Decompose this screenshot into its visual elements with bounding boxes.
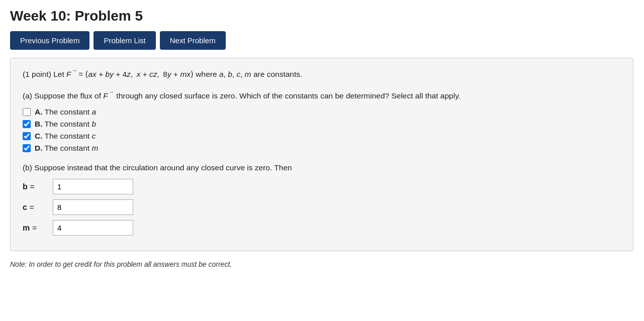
part-b-section: (b) Suppose instead that the circulation… (23, 162, 621, 236)
option-d-checkbox[interactable] (23, 144, 31, 152)
problem-statement: (1 point) Let F→ = ⟨ax + by + 4z, x + cz… (23, 68, 621, 81)
nav-buttons: Previous Problem Problem List Next Probl… (10, 31, 634, 50)
option-a-item: A. The constant a (23, 108, 621, 117)
option-b-checkbox[interactable] (23, 120, 31, 128)
flux-vector-F: F→ (103, 90, 110, 102)
option-c-checkbox[interactable] (23, 132, 31, 140)
problem-container: (1 point) Let F→ = ⟨ax + by + 4z, x + cz… (10, 58, 633, 251)
b-input[interactable] (53, 179, 133, 194)
points-label: (1 point) (23, 70, 51, 78)
b-label: b = (23, 182, 53, 191)
checkbox-group: A. The constant a B. The constant b C. T… (23, 108, 621, 153)
m-input-row: m = (23, 220, 621, 236)
c-input[interactable] (53, 199, 133, 215)
b-input-row: b = (23, 179, 621, 194)
c-label: c = (23, 203, 53, 212)
problem-list-button[interactable]: Problem List (94, 31, 155, 50)
option-d-item: D. The constant m (23, 144, 621, 153)
part-a-statement: (a) Suppose the flux of F→ through any c… (23, 90, 621, 102)
option-d-label[interactable]: D. The constant m (35, 144, 98, 153)
option-b-item: B. The constant b (23, 120, 621, 129)
part-b-statement: (b) Suppose instead that the circulation… (23, 162, 621, 174)
option-c-item: C. The constant c (23, 132, 621, 141)
option-c-label[interactable]: C. The constant c (35, 132, 96, 141)
note-text: Note: In order to get credit for this pr… (10, 260, 634, 268)
page-title: Week 10: Problem 5 (10, 8, 634, 24)
option-b-label[interactable]: B. The constant b (35, 120, 96, 129)
prev-problem-button[interactable]: Previous Problem (10, 31, 89, 50)
option-a-label[interactable]: A. The constant a (35, 108, 96, 117)
option-a-checkbox[interactable] (23, 108, 31, 116)
c-input-row: c = (23, 199, 621, 215)
next-problem-button[interactable]: Next Problem (160, 31, 226, 50)
m-input[interactable] (53, 220, 133, 236)
vector-F-label: F→ (66, 68, 73, 81)
m-label: m = (23, 224, 53, 233)
